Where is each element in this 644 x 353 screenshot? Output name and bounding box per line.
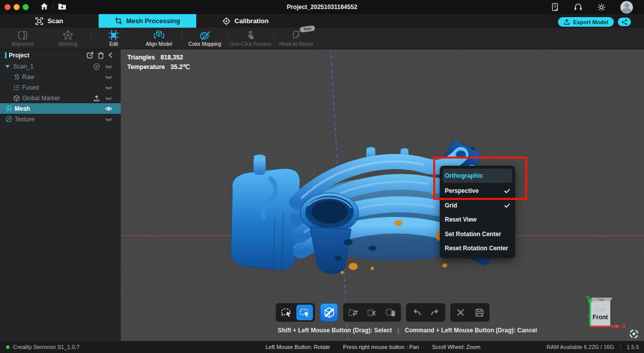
- texture-icon: [5, 115, 13, 123]
- tree-node-texture[interactable]: Texture: [0, 114, 121, 124]
- viewport-stats: Triangles818,352 Temperature35.2℃: [127, 53, 190, 72]
- mesh-processing-icon: [115, 17, 122, 25]
- project-panel-header: Project: [0, 49, 121, 61]
- support-headset-icon[interactable]: [574, 3, 583, 11]
- redo-button[interactable]: [427, 305, 443, 320]
- gizmo-top-label: Top: [599, 298, 604, 301]
- tab-mesh-processing[interactable]: Mesh Processing: [99, 14, 196, 28]
- global-marker-icon: [13, 95, 20, 102]
- ribbon-one-click-process[interactable]: One-Click Process: [228, 28, 273, 49]
- temperature-label: Temperature: [127, 62, 165, 72]
- gizmo-back-label: Back: [594, 307, 606, 312]
- firmware-doc-icon[interactable]: [551, 3, 559, 12]
- tree-node-global-marker[interactable]: Global Marker: [0, 93, 121, 103]
- ribbon-align-model[interactable]: Align Model: [136, 28, 182, 49]
- viewport-3d[interactable]: Triangles818,352 Temperature35.2℃: [121, 49, 644, 341]
- visibility-off-icon[interactable]: [105, 85, 113, 91]
- minimize-window-button[interactable]: [14, 4, 20, 10]
- tree-node-mesh[interactable]: Mesh: [0, 103, 121, 114]
- view-gizmo[interactable]: Top Back Front Y X: [574, 295, 629, 335]
- one-click-process-icon: [246, 30, 255, 40]
- visibility-off-icon[interactable]: [105, 74, 113, 80]
- window-controls: [5, 4, 29, 10]
- selection-toolbar: [276, 303, 490, 322]
- ribbon-meshing[interactable]: Meshing: [45, 28, 91, 49]
- view-center-icon: [629, 329, 639, 339]
- export-model-label: Export Model: [573, 19, 608, 25]
- select-through-button[interactable]: [320, 303, 338, 322]
- alignment-icon: [17, 30, 28, 40]
- ribbon-head-ai-repair[interactable]: Test AI Head AI Repair: [274, 28, 319, 49]
- hint-cancel: Command + Left Mouse Button (Drag): Canc…: [405, 327, 537, 334]
- tree-node-raw[interactable]: Raw: [0, 72, 121, 82]
- tab-scan-label: Scan: [47, 17, 63, 25]
- share-button[interactable]: [618, 18, 631, 26]
- export-model-button[interactable]: Export Model: [558, 17, 614, 27]
- visibility-off-icon[interactable]: [105, 63, 113, 69]
- user-avatar[interactable]: [620, 1, 633, 14]
- tree-node-texture-label: Texture: [15, 116, 34, 123]
- ribbon-edit-label: Edit: [109, 41, 118, 47]
- tree-node-scan1[interactable]: Scan_1: [0, 61, 121, 72]
- upload-icon[interactable]: [93, 95, 100, 102]
- align-model-icon: [153, 30, 165, 40]
- save-edit-button[interactable]: [471, 305, 488, 320]
- ribbon-edit[interactable]: Edit: [91, 28, 136, 49]
- rectangle-select-button[interactable]: [296, 305, 313, 320]
- ribbon-alignment-label: Alignment: [12, 41, 34, 47]
- visibility-off-icon[interactable]: [105, 116, 113, 122]
- panel-accent-bar: [5, 52, 7, 58]
- ribbon-toolbar: Alignment Meshing Edit Align Model Color…: [0, 28, 644, 49]
- deselect-button[interactable]: [364, 305, 380, 320]
- viewport-hint: Shift + Left Mouse Button (Drag): Select…: [278, 327, 537, 334]
- tree-node-fused[interactable]: Fused: [0, 82, 121, 93]
- share-icon: [621, 19, 627, 25]
- visibility-off-icon[interactable]: [105, 95, 113, 101]
- app-version: 1.5.5: [627, 344, 639, 350]
- collapse-panel-icon[interactable]: [108, 52, 113, 58]
- delete-project-icon[interactable]: [98, 52, 104, 59]
- triangles-value: 818,352: [160, 53, 183, 62]
- tab-calibration[interactable]: Calibration: [196, 14, 295, 28]
- titlebar: Project_20251031164552: [0, 0, 644, 14]
- view-center-button[interactable]: [625, 325, 642, 341]
- menu-item-set-rotation-center[interactable]: Set Rotation Center: [440, 227, 515, 242]
- triangles-label: Triangles: [127, 53, 155, 62]
- undo-button[interactable]: [408, 305, 425, 320]
- home-icon[interactable]: [40, 3, 48, 10]
- settings-gear-icon[interactable]: [597, 3, 606, 12]
- export-icon: [564, 19, 570, 25]
- lasso-select-button[interactable]: [278, 305, 294, 320]
- menu-item-reset-view[interactable]: Reset View: [440, 213, 515, 227]
- delete-selection-button[interactable]: [382, 305, 399, 320]
- ribbon-color-mapping[interactable]: Color Mapping: [182, 28, 227, 49]
- export-project-icon[interactable]: [87, 52, 94, 59]
- project-panel-title: Project: [9, 52, 30, 59]
- scan-icon: [35, 17, 43, 25]
- ribbon-alignment[interactable]: Alignment: [0, 28, 45, 49]
- zoom-window-button[interactable]: [23, 4, 29, 10]
- gizmo-y-label: Y: [586, 295, 590, 301]
- cancel-edit-button[interactable]: [452, 305, 469, 320]
- tab-calibration-label: Calibration: [234, 17, 269, 25]
- ribbon-color-mapping-label: Color Mapping: [188, 41, 221, 47]
- annotation-highlight-box: [433, 157, 527, 200]
- tab-scan[interactable]: Scan: [0, 14, 99, 28]
- menu-item-grid-label: Grid: [445, 202, 457, 209]
- open-folder-icon[interactable]: [58, 3, 66, 10]
- svg-text:AI: AI: [297, 34, 300, 37]
- menu-item-reset-rotation-center[interactable]: Reset Rotation Center: [440, 241, 515, 256]
- raw-data-icon: [13, 74, 20, 81]
- caret-down-icon[interactable]: [5, 64, 10, 68]
- tree-node-global-marker-label: Global Marker: [22, 95, 60, 102]
- visibility-on-icon[interactable]: [105, 106, 113, 112]
- play-circle-icon[interactable]: [93, 63, 100, 70]
- status-zoom-hint: Scroll Wheel: Zoom: [432, 344, 480, 350]
- invert-selection-button[interactable]: [345, 305, 362, 320]
- close-window-button[interactable]: [5, 4, 11, 10]
- menu-item-grid[interactable]: Grid: [440, 198, 515, 213]
- statusbar: Creality Sermoon S1_1.0.7 Left Mouse But…: [0, 341, 644, 353]
- menu-item-reset-view-label: Reset View: [445, 216, 476, 223]
- titlebar-separator: [53, 3, 53, 10]
- calibration-icon: [222, 17, 230, 25]
